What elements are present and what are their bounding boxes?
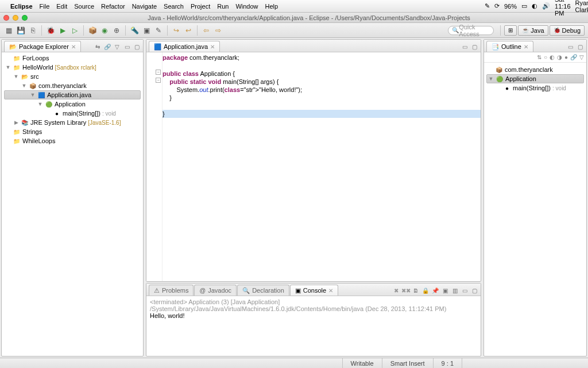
open-console-icon[interactable]: ▥: [451, 286, 459, 294]
console-output[interactable]: <terminated> Application (3) [Java Appli…: [146, 296, 481, 356]
app-name[interactable]: Eclipse: [10, 3, 33, 10]
code-line[interactable]: public class Application {: [163, 70, 481, 78]
new-package-button[interactable]: 📦: [87, 25, 98, 36]
next-annotation-button[interactable]: ↪: [171, 25, 181, 36]
code-line[interactable]: System.out.print(class="str">"Hello, wor…: [163, 86, 481, 94]
search-button[interactable]: 🔦: [129, 25, 140, 36]
hide-local-icon[interactable]: ●: [564, 54, 568, 60]
new-class-button[interactable]: ◉: [99, 25, 110, 36]
new-button[interactable]: ▦: [3, 25, 14, 36]
editor-gutter[interactable]: − −: [146, 52, 163, 281]
minimize-icon[interactable]: ▭: [566, 43, 574, 51]
toggle-icon[interactable]: ▶: [13, 120, 19, 125]
hide-static-icon[interactable]: ◐: [550, 54, 555, 60]
outline-item[interactable]: 📦com.theryanclark: [486, 65, 584, 74]
tree-item[interactable]: ▶📚JRE System Library [JavaSE-1.6]: [4, 118, 141, 127]
tree-item[interactable]: ▼🟢Application: [4, 99, 141, 109]
save-all-button[interactable]: ⎘: [28, 25, 38, 36]
toggle-icon[interactable]: ▼: [30, 92, 36, 98]
tree-item[interactable]: ▼🟦Application.java: [4, 90, 141, 99]
menu-search[interactable]: Search: [164, 3, 184, 10]
close-window-button[interactable]: [3, 15, 9, 21]
close-icon[interactable]: ✕: [328, 288, 333, 294]
menu-edit[interactable]: Edit: [56, 3, 67, 10]
battery-icon[interactable]: ▭: [521, 2, 527, 10]
menu-navigate[interactable]: Navigate: [132, 3, 157, 10]
code-line[interactable]: [163, 62, 481, 70]
maximize-icon[interactable]: ▢: [470, 43, 478, 51]
package-explorer-tree[interactable]: 📁ForLoops▼📁HelloWorld [Sandbox rclark]▼📂…: [2, 52, 143, 147]
toggle-icon[interactable]: ▼: [37, 101, 43, 107]
battery-pct[interactable]: 96%: [504, 3, 517, 10]
focus-icon[interactable]: 🔗: [570, 54, 577, 60]
pin-console-icon[interactable]: 📌: [431, 286, 439, 294]
tree-item[interactable]: 📁Strings: [4, 127, 141, 136]
outline-tab[interactable]: 📑 Outline ✕: [486, 41, 533, 52]
tree-item[interactable]: 📁ForLoops: [4, 53, 141, 63]
quick-access-input[interactable]: 🔍 Quick Access: [448, 26, 494, 35]
fold-icon[interactable]: −: [156, 70, 161, 75]
annotate-button[interactable]: ✎: [153, 25, 164, 36]
package-explorer-tab[interactable]: 📂 Package Explorer ✕: [4, 41, 81, 52]
remove-launch-icon[interactable]: ✖: [392, 286, 400, 294]
zoom-window-button[interactable]: [22, 15, 28, 21]
close-icon[interactable]: ✕: [524, 44, 528, 50]
evernote-icon[interactable]: ✎: [485, 2, 490, 10]
close-icon[interactable]: ✕: [210, 44, 215, 50]
close-icon[interactable]: ✕: [71, 44, 76, 50]
code-editor[interactable]: package com.theryanclark; public class A…: [163, 52, 481, 281]
toggle-icon[interactable]: ▼: [13, 74, 19, 79]
menu-source[interactable]: Source: [74, 3, 94, 10]
clear-console-icon[interactable]: 🗎: [412, 286, 420, 294]
collapse-all-icon[interactable]: ⇆: [94, 43, 102, 51]
open-type-button[interactable]: ⊕: [111, 25, 122, 36]
view-menu-icon[interactable]: ▽: [579, 54, 584, 60]
menu-file[interactable]: File: [40, 3, 50, 10]
view-menu-icon[interactable]: ▽: [113, 43, 121, 51]
forward-button[interactable]: ⇨: [213, 25, 223, 36]
editor-tab[interactable]: 🟦 Application.java ✕: [149, 41, 220, 52]
tree-item[interactable]: ●main(String[]) : void: [4, 109, 141, 118]
code-line[interactable]: public static void main(String[] args) {: [163, 78, 481, 86]
minimize-icon[interactable]: ▭: [461, 43, 469, 51]
minimize-icon[interactable]: ▭: [123, 43, 131, 51]
tree-item[interactable]: ▼📂src: [4, 72, 141, 81]
code-line[interactable]: package com.theryanclark;: [163, 53, 481, 62]
wifi-icon[interactable]: ◐: [532, 2, 537, 10]
outline-item[interactable]: ▼🟢Application: [486, 74, 584, 83]
toggle-icon[interactable]: ▼: [5, 64, 11, 70]
menu-refactor[interactable]: Refactor: [101, 3, 125, 10]
run-last-button[interactable]: ▷: [69, 25, 80, 36]
display-selected-icon[interactable]: ▣: [441, 286, 449, 294]
tree-item[interactable]: ▼📁HelloWorld [Sandbox rclark]: [4, 63, 141, 72]
sort-icon[interactable]: ⇅: [537, 54, 541, 60]
menu-run[interactable]: Run: [217, 3, 229, 10]
tab-javadoc[interactable]: @ Javadoc: [194, 285, 237, 296]
volume-icon[interactable]: 🔊: [542, 2, 550, 10]
tab-problems[interactable]: ⚠ Problems: [149, 285, 194, 296]
hide-nonpublic-icon[interactable]: ◑: [557, 54, 562, 60]
dropbox-icon[interactable]: ⟳: [494, 2, 500, 10]
code-line[interactable]: }: [163, 94, 481, 102]
prev-annotation-button[interactable]: ↩: [183, 25, 194, 36]
link-editor-icon[interactable]: 🔗: [103, 43, 111, 51]
perspective-java[interactable]: ☕ Java: [518, 25, 548, 36]
save-button[interactable]: 💾: [16, 25, 26, 36]
outline-tree[interactable]: 📦com.theryanclark▼🟢Application●main(Stri…: [484, 63, 586, 95]
code-line[interactable]: [163, 102, 481, 110]
perspective-debug[interactable]: 🐞 Debug: [550, 25, 585, 36]
scroll-lock-icon[interactable]: 🔒: [421, 286, 430, 294]
menu-window[interactable]: Window: [235, 3, 258, 10]
debug-button[interactable]: 🐞: [45, 25, 56, 36]
toggle-mark-button[interactable]: ▣: [141, 25, 152, 36]
back-button[interactable]: ⇦: [201, 25, 211, 36]
hide-fields-icon[interactable]: ○: [544, 54, 547, 60]
maximize-icon[interactable]: ▢: [576, 43, 584, 51]
maximize-icon[interactable]: ▢: [470, 286, 478, 294]
tree-item[interactable]: 📁WhileLoops: [4, 136, 141, 145]
tree-item[interactable]: ▼📦com.theryanclark: [4, 81, 141, 90]
menu-project[interactable]: Project: [191, 3, 210, 10]
run-button[interactable]: ▶: [57, 25, 68, 36]
remove-all-icon[interactable]: ✖✖: [402, 286, 410, 294]
minimize-window-button[interactable]: [13, 15, 18, 21]
